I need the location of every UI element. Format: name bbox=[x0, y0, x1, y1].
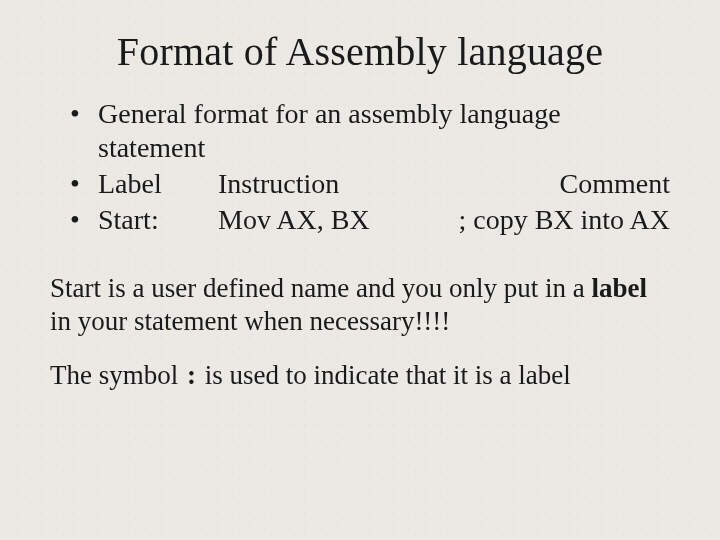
header-comment: Comment bbox=[550, 167, 670, 201]
bullet-item-2: Label Instruction Comment bbox=[98, 167, 670, 201]
header-instruction: Instruction bbox=[218, 167, 550, 201]
para1-bold: label bbox=[591, 273, 647, 303]
colon-symbol: : bbox=[185, 359, 198, 393]
example-label: Start: bbox=[98, 203, 218, 237]
slide-title: Format of Assembly language bbox=[50, 28, 670, 75]
para2-pre: The symbol bbox=[50, 360, 185, 390]
example-comment: ; copy BX into AX bbox=[430, 203, 670, 237]
bullet-item-1: General format for an assembly language … bbox=[98, 97, 670, 165]
slide: Format of Assembly language General form… bbox=[0, 0, 720, 540]
para1-post: in your statement when necessary!!!! bbox=[50, 306, 450, 336]
para2-post: is used to indicate that it is a label bbox=[198, 360, 571, 390]
paragraph-1: Start is a user defined name and you onl… bbox=[50, 272, 670, 340]
example-instruction: Mov AX, BX bbox=[218, 203, 430, 237]
bullet-list: General format for an assembly language … bbox=[50, 97, 670, 238]
paragraph-2: The symbol : is used to indicate that it… bbox=[50, 359, 670, 393]
para1-pre: Start is a user defined name and you onl… bbox=[50, 273, 591, 303]
bullet-item-3: Start: Mov AX, BX ; copy BX into AX bbox=[98, 203, 670, 237]
header-label: Label bbox=[98, 167, 218, 201]
